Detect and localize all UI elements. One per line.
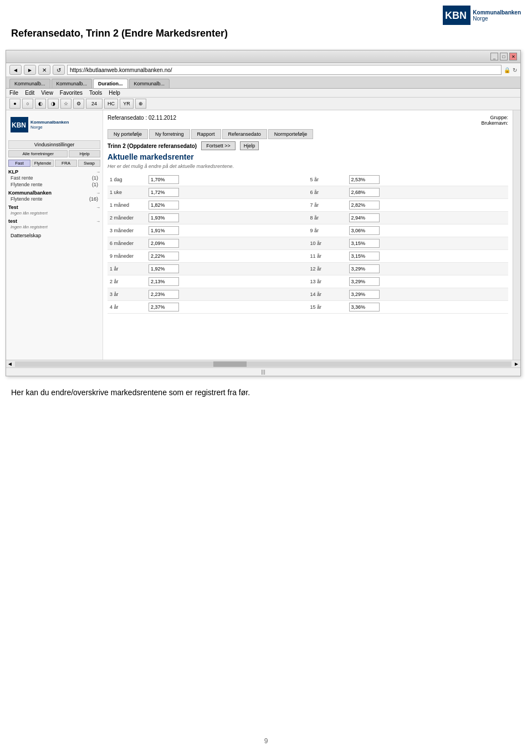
maximize-button[interactable]: □ [500, 53, 508, 60]
tab-kommunalb-1[interactable]: Kommunalb... [9, 79, 50, 88]
nav-tab-normportefolje[interactable]: Normportefølje [268, 129, 314, 139]
section-desc: Her er det mulig å endre på det aktuelle… [108, 164, 508, 169]
filter-fra-btn[interactable]: FRA [55, 160, 77, 167]
rate-row-15ar: 15 år [308, 301, 509, 314]
rate-input-6maneder[interactable] [149, 239, 179, 248]
nav-tab-rapport[interactable]: Rapport [191, 129, 221, 139]
rate-input-1maned[interactable] [149, 201, 179, 210]
hscroll-track[interactable] [15, 361, 511, 367]
nav-tab-ny-forretning[interactable]: Ny forretning [149, 129, 190, 139]
vertical-scrollbar[interactable] [513, 110, 520, 360]
toolbar-btn-5[interactable]: ☆ [60, 99, 71, 109]
horizontal-scrollbar[interactable]: ◄ ► [6, 360, 520, 367]
rate-input-12ar[interactable] [349, 264, 380, 273]
rate-label-11ar: 11 år [310, 253, 349, 259]
rate-input-1dag[interactable] [149, 175, 179, 184]
browser-titlebar: _ □ ✕ [6, 50, 520, 63]
nav-tab-referansedato[interactable]: Referansedato [222, 129, 267, 139]
test2-no-loan: Ingen lån registrert [8, 224, 100, 230]
menu-tools[interactable]: Tools [89, 90, 102, 96]
rate-input-7ar[interactable] [349, 201, 380, 210]
klp-fast-rente[interactable]: Fast rente (1) [8, 175, 100, 181]
statusbar-text: ||| [261, 369, 265, 375]
close-button[interactable]: ✕ [509, 53, 517, 60]
tab-kommunalb-2[interactable]: Kommunalb... [52, 79, 93, 88]
vindusinnstillinger-btn[interactable]: Vindusinnstillinger [8, 140, 100, 149]
toolbar-btn-7[interactable]: 24 [86, 99, 103, 109]
toolbar-btn-8[interactable]: HC [104, 99, 118, 109]
kommunalbanken-arrow-icon: → [96, 191, 100, 196]
rate-label-12ar: 12 år [310, 266, 349, 272]
filter-flytende-btn[interactable]: Flytende [32, 160, 54, 167]
menu-edit[interactable]: Edit [25, 90, 34, 96]
nav-tabs: Ny portefølje Ny forretning Rapport Refe… [108, 129, 508, 139]
rate-input-3maneder[interactable] [149, 226, 179, 235]
main-content: Referansedato : 02.11.2012 Gruppe: Bruke… [103, 110, 513, 360]
rate-input-1uke[interactable] [149, 188, 179, 197]
stop-button[interactable]: ✕ [38, 65, 50, 75]
rate-input-4ar[interactable] [149, 303, 179, 311]
menu-view[interactable]: View [41, 90, 53, 96]
rate-input-3ar[interactable] [149, 290, 179, 299]
toolbar-btn-4[interactable]: ◑ [48, 99, 59, 109]
rate-input-9maneder[interactable] [149, 252, 179, 260]
toolbar-btn-6[interactable]: ⚙ [73, 99, 84, 109]
rate-input-8ar[interactable] [349, 213, 380, 222]
menu-file[interactable]: File [9, 90, 18, 96]
refresh-button[interactable]: ↺ [53, 65, 65, 75]
rate-input-2ar[interactable] [149, 277, 179, 286]
browser-menubar: File Edit View Favorites Tools Help [6, 89, 520, 98]
help-button[interactable]: Hjelp [240, 141, 259, 150]
menu-favorites[interactable]: Favorites [60, 90, 83, 96]
filter-fast-btn[interactable]: Fast [8, 160, 30, 167]
rate-input-13ar[interactable] [349, 277, 380, 286]
rate-input-10ar[interactable] [349, 239, 380, 248]
rate-input-5ar[interactable] [349, 175, 380, 184]
datterselskap-item[interactable]: Datterselskap [8, 232, 100, 239]
menu-help[interactable]: Help [109, 90, 120, 96]
toolbar-btn-2[interactable]: ○ [22, 99, 33, 109]
kommunalbanken-flytende-rente[interactable]: Flytende rente (16) [8, 196, 100, 202]
continue-button[interactable]: Fortsett >> [201, 141, 236, 150]
logo-text: Kommunalbanken Norge [473, 9, 521, 22]
rate-input-15ar[interactable] [349, 303, 380, 311]
rate-input-14ar[interactable] [349, 290, 380, 299]
rate-input-6ar[interactable] [349, 188, 380, 197]
test-group-header[interactable]: Test → [8, 205, 100, 210]
address-input[interactable] [67, 65, 502, 75]
all-transactions-btn[interactable]: Alle forretninger [8, 150, 68, 157]
toolbar-btn-1[interactable]: ● [9, 99, 21, 109]
rate-input-1ar[interactable] [149, 264, 179, 273]
tab-kommunalb-3[interactable]: Kommunalb... [129, 79, 170, 88]
rate-label-9ar: 9 år [310, 228, 349, 233]
tab-duration[interactable]: Duration... [93, 79, 128, 88]
minimize-button[interactable]: _ [490, 53, 498, 60]
hscroll-thumb[interactable] [213, 361, 247, 367]
toolbar-btn-9[interactable]: YR [120, 99, 134, 109]
klp-flytende-rente[interactable]: Flytende rente (1) [8, 181, 100, 188]
rate-label-6ar: 6 år [310, 190, 349, 195]
toolbar-btn-3[interactable]: ◐ [35, 99, 46, 109]
rate-row-14ar: 14 år [308, 288, 509, 301]
rate-input-11ar[interactable] [349, 252, 380, 260]
sidebar-help-btn[interactable]: Hjelp [69, 150, 100, 157]
rate-row-7ar: 7 år [308, 199, 509, 212]
rate-input-2maneder[interactable] [149, 213, 179, 222]
klp-group-header[interactable]: KLP → [8, 169, 100, 175]
nav-tab-ny-portefolje[interactable]: Ny portefølje [108, 129, 148, 139]
rate-label-1maned: 1 måned [110, 202, 149, 208]
rate-row-1dag: 1 dag [108, 173, 308, 186]
filter-swap-btn[interactable]: Swap [78, 160, 100, 167]
gruppe-brukernavn: Gruppe: Brukernavn: [481, 115, 508, 126]
back-button[interactable]: ◄ [9, 65, 22, 75]
kommunalbanken-group-header[interactable]: Kommunalbanken → [8, 190, 100, 196]
test2-group-header[interactable]: test → [8, 218, 100, 224]
rate-input-9ar[interactable] [349, 226, 380, 235]
test2-arrow-icon: → [96, 219, 100, 224]
rate-row-5ar: 5 år [308, 173, 509, 186]
toolbar-btn-10[interactable]: ⊕ [135, 99, 146, 109]
forward-button[interactable]: ► [24, 65, 36, 75]
sidebar-logo: KBN Kommunalbanken Norge [8, 115, 100, 135]
klp-arrow-icon: → [96, 170, 100, 175]
rate-row-13ar: 13 år [308, 275, 509, 288]
